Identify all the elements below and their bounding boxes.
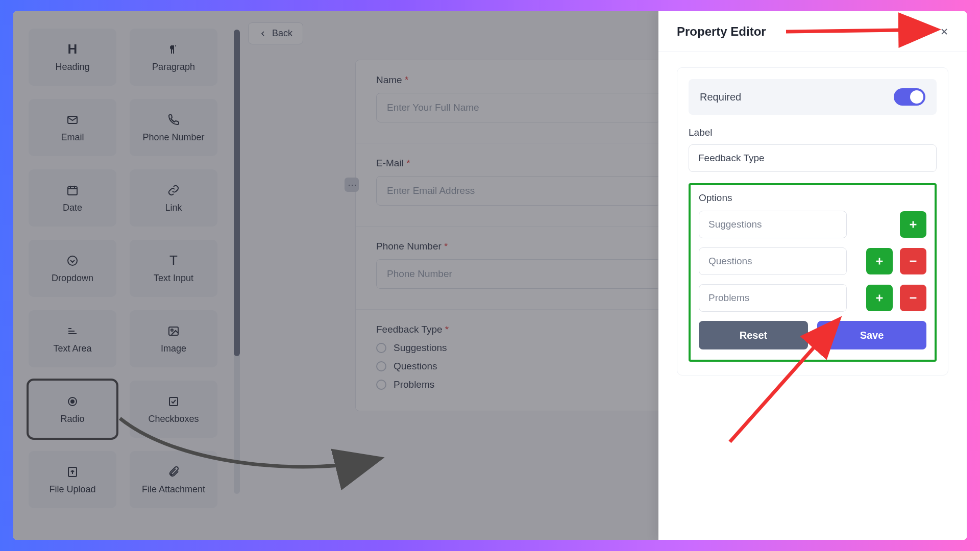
tile-label: Phone Number xyxy=(142,132,204,143)
element-tile-radio[interactable]: Radio xyxy=(29,381,116,438)
arrow-left-icon xyxy=(259,30,267,38)
add-option-button[interactable] xyxy=(866,248,893,274)
svg-point-5 xyxy=(171,329,173,331)
radio-option[interactable]: Problems xyxy=(376,379,661,390)
remove-option-button[interactable] xyxy=(900,285,926,311)
element-tile-checkboxes[interactable]: Checkboxes xyxy=(130,381,217,438)
link-icon xyxy=(166,183,181,197)
form-field-name: Name * xyxy=(356,60,681,143)
radio-circle-icon xyxy=(376,361,386,371)
back-label: Back xyxy=(272,28,292,39)
reset-button[interactable]: Reset xyxy=(699,321,808,349)
upload-icon xyxy=(65,465,80,479)
radio-option-label: Questions xyxy=(394,361,437,372)
field-label: E-Mail * xyxy=(376,158,661,169)
element-tile-paragraph[interactable]: Paragraph xyxy=(130,29,217,86)
drag-handle-icon[interactable]: ⋯ xyxy=(345,178,359,192)
tile-label: Image xyxy=(161,343,186,354)
radio-circle-icon xyxy=(376,343,386,353)
element-tile-text-input[interactable]: TText Input xyxy=(130,240,217,297)
option-row xyxy=(699,211,926,238)
required-label: Required xyxy=(700,91,741,103)
radio-option[interactable]: Suggestions xyxy=(376,342,661,354)
tile-label: Dropdown xyxy=(52,273,93,284)
minus-icon xyxy=(908,292,919,304)
elements-sidebar: HHeadingParagraphEmailPhone NumberDateLi… xyxy=(13,11,233,540)
T-icon: T xyxy=(166,254,181,268)
element-tile-text-area[interactable]: Text Area xyxy=(29,310,116,367)
radio-icon xyxy=(65,394,80,409)
option-input[interactable] xyxy=(699,284,847,312)
field-input[interactable] xyxy=(376,176,661,206)
label-section-label: Label xyxy=(689,127,937,138)
svg-point-7 xyxy=(71,400,74,403)
option-row xyxy=(699,284,926,312)
field-input[interactable] xyxy=(376,93,661,122)
svg-rect-8 xyxy=(169,397,178,406)
tile-label: Text Input xyxy=(154,273,193,284)
option-input[interactable] xyxy=(699,247,847,275)
required-row: Required xyxy=(689,79,937,115)
tile-label: Email xyxy=(61,132,84,143)
tile-label: Link xyxy=(165,203,182,213)
app-window: HHeadingParagraphEmailPhone NumberDateLi… xyxy=(13,11,967,540)
dropdown-icon xyxy=(65,254,80,268)
phone-icon xyxy=(166,113,181,127)
toggle-knob xyxy=(910,90,923,104)
attach-icon xyxy=(166,465,181,479)
panel-header: Property Editor xyxy=(658,11,967,52)
label-input[interactable] xyxy=(689,144,937,172)
date-icon xyxy=(65,183,80,197)
save-button[interactable]: Save xyxy=(817,321,926,349)
property-editor-panel: Property Editor Required Label Options xyxy=(658,11,967,540)
field-label: Phone Number * xyxy=(376,241,661,252)
panel-body: Required Label Options Reset Save xyxy=(658,52,967,540)
radio-circle-icon xyxy=(376,380,386,390)
form-field-feedback-type: Feedback Type *SuggestionsQuestionsProbl… xyxy=(356,310,681,411)
required-toggle[interactable] xyxy=(894,88,925,106)
element-tile-date[interactable]: Date xyxy=(29,169,116,227)
para-icon xyxy=(166,42,181,57)
minus-icon xyxy=(908,256,919,267)
tile-label: Checkboxes xyxy=(148,414,199,424)
H-icon: H xyxy=(65,42,80,57)
tile-label: File Attachment xyxy=(142,484,205,495)
radio-option[interactable]: Questions xyxy=(376,361,661,372)
tile-label: File Upload xyxy=(49,484,95,495)
element-tile-file-upload[interactable]: File Upload xyxy=(29,451,116,508)
field-label: Feedback Type * xyxy=(376,324,661,335)
tile-label: Date xyxy=(63,203,82,213)
plus-icon xyxy=(874,256,885,267)
plus-icon xyxy=(874,292,885,304)
mail-icon xyxy=(65,113,80,127)
element-tile-image[interactable]: Image xyxy=(130,310,217,367)
radio-option-label: Problems xyxy=(394,379,434,390)
element-tile-phone-number[interactable]: Phone Number xyxy=(130,99,217,156)
add-option-button[interactable] xyxy=(900,211,926,238)
tile-label: Heading xyxy=(55,62,89,72)
field-label: Name * xyxy=(376,74,661,86)
option-input[interactable] xyxy=(699,211,847,238)
tile-label: Radio xyxy=(60,414,84,424)
element-tile-dropdown[interactable]: Dropdown xyxy=(29,240,116,297)
element-tile-email[interactable]: Email xyxy=(29,99,116,156)
field-input[interactable] xyxy=(376,259,661,289)
radio-option-label: Suggestions xyxy=(394,342,447,354)
option-row xyxy=(699,247,926,275)
options-actions: Reset Save xyxy=(699,321,926,349)
svg-rect-1 xyxy=(68,187,77,195)
remove-option-button[interactable] xyxy=(900,248,926,274)
tile-label: Paragraph xyxy=(152,62,195,72)
svg-point-2 xyxy=(68,256,77,265)
add-option-button[interactable] xyxy=(866,285,893,311)
close-button[interactable] xyxy=(937,24,951,39)
back-button[interactable]: Back xyxy=(248,22,303,44)
form-field-phone-number: Phone Number * xyxy=(356,227,681,310)
textarea-icon xyxy=(65,324,80,338)
element-tile-file-attachment[interactable]: File Attachment xyxy=(130,451,217,508)
check-icon xyxy=(166,394,181,409)
element-tile-link[interactable]: Link xyxy=(130,169,217,227)
element-tile-heading[interactable]: HHeading xyxy=(29,29,116,86)
radio-group: SuggestionsQuestionsProblems xyxy=(376,342,661,390)
options-block: Options Reset Save xyxy=(689,183,937,362)
